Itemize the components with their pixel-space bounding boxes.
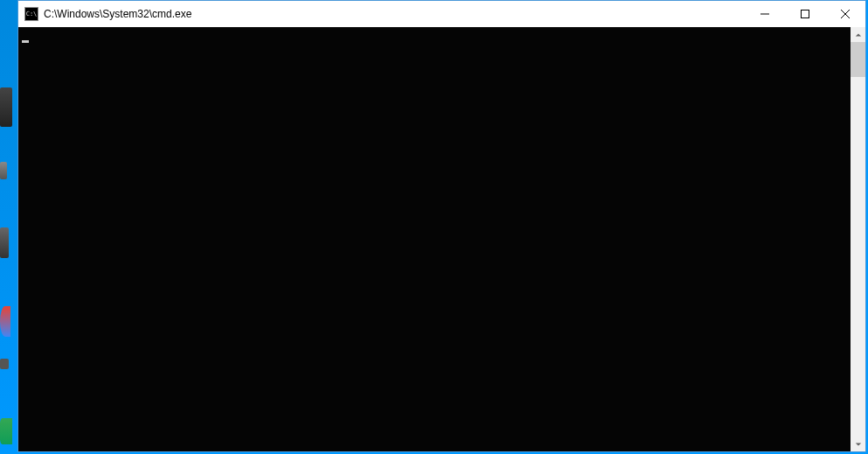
scrollbar-track[interactable] xyxy=(851,42,865,437)
scroll-down-button[interactable] xyxy=(851,437,865,451)
desktop-icon-fragment xyxy=(0,162,7,179)
cmd-window: C:\ C:\Windows\System32\cmd.exe xyxy=(17,0,866,452)
maximize-icon xyxy=(801,10,809,18)
close-button[interactable] xyxy=(825,1,865,27)
maximize-button[interactable] xyxy=(785,1,825,27)
cmd-icon-text: C:\ xyxy=(26,11,38,17)
scrollbar-thumb[interactable] xyxy=(851,42,865,77)
desktop-icon-fragment xyxy=(0,418,12,444)
chevron-down-icon xyxy=(855,441,862,448)
minimize-icon xyxy=(760,10,769,18)
desktop-icon-fragment xyxy=(0,359,9,369)
minimize-button[interactable] xyxy=(745,1,785,27)
desktop-background-edge xyxy=(0,0,17,454)
titlebar[interactable]: C:\ C:\Windows\System32\cmd.exe xyxy=(18,1,865,27)
chevron-up-icon xyxy=(855,31,862,38)
close-icon xyxy=(841,10,850,18)
cmd-icon: C:\ xyxy=(24,7,38,21)
vertical-scrollbar[interactable] xyxy=(851,27,865,451)
scroll-up-button[interactable] xyxy=(851,27,865,42)
svg-rect-1 xyxy=(802,10,809,18)
desktop-icon-fragment xyxy=(0,227,9,258)
terminal-output[interactable] xyxy=(18,27,851,451)
desktop-icon-fragment xyxy=(0,306,10,337)
desktop-icon-fragment xyxy=(0,87,12,127)
window-controls xyxy=(745,1,865,27)
window-title: C:\Windows\System32\cmd.exe xyxy=(44,8,745,20)
client-area xyxy=(18,27,865,451)
terminal-cursor xyxy=(22,40,29,43)
